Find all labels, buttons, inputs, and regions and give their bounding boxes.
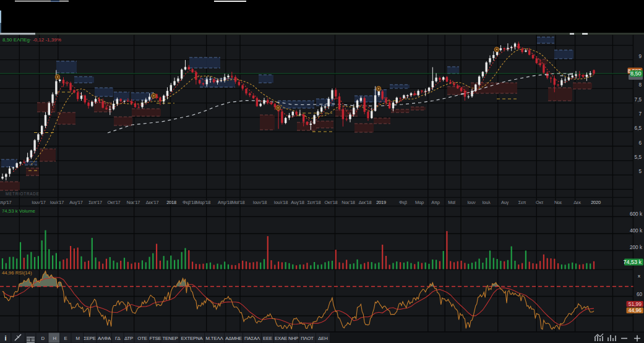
svg-text:M: M <box>75 336 79 341</box>
svg-text:200 k: 200 k <box>630 245 643 250</box>
svg-text:44,96 RSI(14): 44,96 RSI(14) <box>2 270 32 276</box>
svg-text:ΔΕΗ: ΔΕΗ <box>318 336 327 341</box>
svg-text:Μαρ’18: Μαρ’18 <box>196 200 210 205</box>
svg-text:E: E <box>64 336 67 341</box>
svg-text:H: H <box>53 336 56 341</box>
svg-text:400 k: 400 k <box>630 228 643 234</box>
svg-text:Απρ: Απρ <box>431 200 440 205</box>
svg-text:ΕΕΕ: ΕΕΕ <box>263 336 272 341</box>
svg-text:Φεβ: Φεβ <box>399 200 407 205</box>
svg-text:ΕΧΑΕ: ΕΧΑΕ <box>275 336 287 341</box>
svg-text:FTSE: FTSE <box>149 336 161 341</box>
svg-text:ΣΕΡΕ: ΣΕΡΕ <box>84 336 96 341</box>
svg-text:i: i <box>4 334 6 342</box>
svg-text:Νοε’18: Νοε’18 <box>341 200 354 205</box>
svg-text:2019: 2019 <box>376 200 386 205</box>
svg-text:60: 60 <box>637 292 643 297</box>
svg-text:ΑΛΦΑ: ΑΛΦΑ <box>98 336 111 341</box>
svg-text:600 k: 600 k <box>630 211 643 217</box>
svg-text:Αυγ: Αυγ <box>501 200 509 205</box>
svg-text:74,53 k: 74,53 k <box>623 259 642 265</box>
svg-text:Ιουν: Ιουν <box>467 200 476 205</box>
svg-text:Ιουν’17: Ιουν’17 <box>32 200 45 205</box>
svg-text:ΑΔΜΗΕ: ΑΔΜΗΕ <box>225 336 242 341</box>
svg-text:ΔΤΡ: ΔΤΡ <box>124 336 133 341</box>
svg-text:5: 5 <box>638 169 642 174</box>
svg-text:ΟΤΕ: ΟΤΕ <box>137 336 147 341</box>
svg-text:Αυγ’18: Αυγ’18 <box>291 200 304 205</box>
svg-text:Οκτ’18: Οκτ’18 <box>324 200 337 205</box>
svg-text:6: 6 <box>638 140 642 146</box>
svg-text:METRIOTRADE: METRIOTRADE <box>6 192 40 196</box>
svg-text:Μ.ΤΕΛΛ: Μ.ΤΕΛΛ <box>206 336 224 341</box>
svg-text:Σεπ: Σεπ <box>518 200 526 205</box>
svg-text:7: 7 <box>638 111 642 117</box>
svg-text:44,96: 44,96 <box>629 307 642 313</box>
svg-text:Ιουλ: Ιουλ <box>482 200 491 205</box>
svg-text:ΕΧΤΕΡΝΑ: ΕΧΤΕΡΝΑ <box>181 336 204 341</box>
svg-text:Μαρ: Μαρ <box>415 200 424 205</box>
svg-text:ΝΗΡ: ΝΗΡ <box>288 336 298 341</box>
svg-text:7,5: 7,5 <box>635 97 642 103</box>
svg-text:Ιουλ’17: Ιουλ’17 <box>50 200 64 205</box>
svg-text:5,5: 5,5 <box>635 155 642 160</box>
svg-text:Νοε’17: Νοε’17 <box>127 200 140 205</box>
svg-text:Δεκ: Δεκ <box>573 200 581 205</box>
svg-text:8,50: 8,50 <box>630 70 642 77</box>
svg-text:Απρ’17: Απρ’17 <box>0 200 12 205</box>
svg-text:Φεβ’18: Φεβ’18 <box>182 200 196 205</box>
svg-text:x: x <box>638 273 640 279</box>
svg-text:Σεπ’17: Σεπ’17 <box>88 200 102 205</box>
svg-text:D: D <box>41 336 45 341</box>
svg-text:2020: 2020 <box>591 200 601 205</box>
svg-text:51,99: 51,99 <box>629 301 642 307</box>
svg-text:Οκτ: Οκτ <box>536 200 543 205</box>
svg-text:2018: 2018 <box>166 200 176 205</box>
svg-text:ΓΔ: ΓΔ <box>115 336 120 341</box>
svg-text:ΤΕΝΕΡ: ΤΕΝΕΡ <box>163 336 178 341</box>
svg-text:Οκτ’17: Οκτ’17 <box>107 200 120 205</box>
svg-text:Δεκ’18: Δεκ’18 <box>359 200 372 205</box>
svg-text:Δεκ’17: Δεκ’17 <box>146 200 159 205</box>
svg-text:6,5: 6,5 <box>635 125 642 131</box>
svg-text:8: 8 <box>638 82 642 88</box>
svg-text:9: 9 <box>638 54 642 59</box>
svg-text:Ιουλ’18: Ιουλ’18 <box>274 200 288 205</box>
svg-text:Ιουν’18: Ιουν’18 <box>253 200 267 205</box>
svg-text:Μαϊ: Μαϊ <box>448 200 455 205</box>
svg-text:74,53 k Volume: 74,53 k Volume <box>2 208 35 214</box>
svg-text:Νοε: Νοε <box>554 200 562 205</box>
svg-text:ΠΛΟΤ: ΠΛΟΤ <box>301 336 314 341</box>
svg-text:Μαϊ’18: Μαϊ’18 <box>232 200 245 205</box>
svg-text:8,50 ΕΛΠΕg· -0,12 -1,39%: 8,50 ΕΛΠΕg· -0,12 -1,39% <box>2 37 61 43</box>
svg-text:Απρ’18: Απρ’18 <box>218 200 232 205</box>
svg-text:ΠΑΣΑΛ: ΠΑΣΑΛ <box>244 336 260 341</box>
svg-text:Σεπ’18: Σεπ’18 <box>307 200 321 205</box>
svg-text:Αυγ’17: Αυγ’17 <box>69 200 82 205</box>
